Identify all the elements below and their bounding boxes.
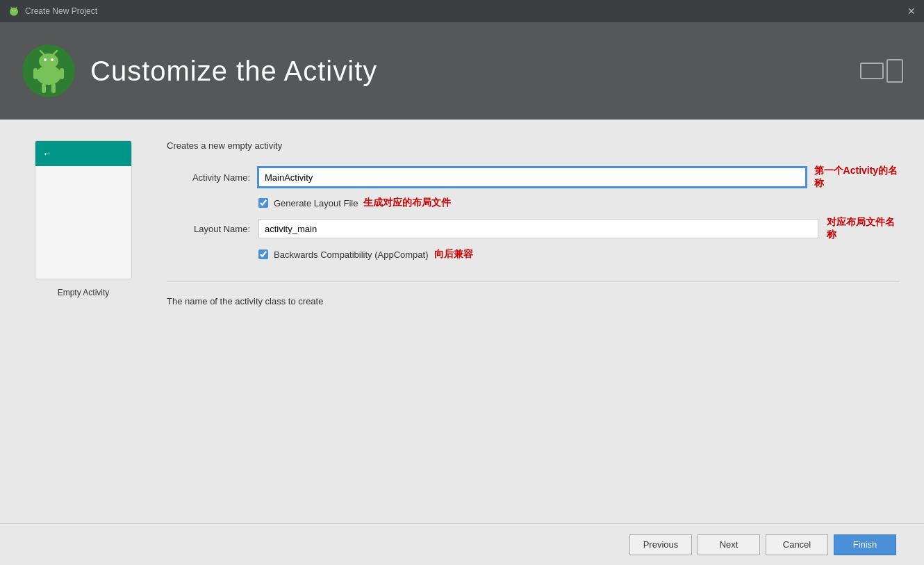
- activity-name-annotation: 第一个Activity的名称: [814, 165, 900, 190]
- svg-rect-16: [51, 83, 56, 93]
- preview-content: [35, 166, 131, 279]
- cancel-button[interactable]: Cancel: [766, 534, 828, 555]
- hint-text: The name of the activity class to create: [167, 296, 900, 306]
- activity-name-row: Activity Name: 第一个Activity的名称: [167, 165, 900, 190]
- backwards-compat-annotation: 向后兼容: [434, 248, 473, 261]
- svg-point-9: [44, 58, 47, 61]
- back-arrow-icon: ←: [42, 148, 52, 159]
- description-text: Creates a new empty activity: [167, 140, 900, 151]
- backwards-compat-label: Backwards Compatibility (AppCompat): [274, 249, 429, 260]
- previous-button[interactable]: Previous: [629, 534, 692, 555]
- finish-button[interactable]: Finish: [834, 534, 896, 555]
- svg-rect-15: [42, 83, 46, 93]
- preview-label: Empty Activity: [58, 288, 110, 297]
- cancel-label: Cancel: [783, 539, 811, 550]
- header-left: Customize the Activity: [21, 43, 377, 99]
- divider: [167, 281, 900, 282]
- layout-name-label: Layout Name:: [167, 224, 250, 234]
- phone-icon: [886, 59, 903, 83]
- svg-rect-14: [60, 68, 64, 79]
- title-bar-left: Create New Project: [8, 6, 97, 17]
- finish-label: Finish: [853, 539, 877, 550]
- svg-rect-13: [33, 68, 38, 79]
- generate-layout-row: Generate Layout File 生成对应的布局文件: [258, 197, 900, 209]
- preview-app-bar: ←: [35, 141, 131, 166]
- generate-layout-annotation: 生成对应的布局文件: [363, 197, 451, 209]
- close-button[interactable]: ✕: [907, 6, 916, 16]
- backwards-compat-checkbox[interactable]: [258, 249, 268, 259]
- main-content: ← Empty Activity Creates a new empty act…: [0, 120, 924, 523]
- layout-name-annotation: 对应布局文件名称: [827, 216, 900, 241]
- preview-section: ← Empty Activity: [28, 140, 139, 502]
- next-label: Next: [720, 539, 739, 550]
- bottom-bar: Previous Next Cancel Finish: [0, 523, 924, 565]
- svg-point-4: [12, 10, 13, 11]
- header-title: Customize the Activity: [90, 56, 377, 87]
- form-section: Creates a new empty activity Activity Na…: [167, 140, 900, 502]
- header: Customize the Activity: [0, 22, 924, 120]
- android-logo-icon: [21, 43, 76, 99]
- next-button[interactable]: Next: [698, 534, 760, 555]
- svg-point-10: [51, 58, 53, 61]
- title-bar: Create New Project ✕: [0, 0, 924, 22]
- previous-label: Previous: [643, 539, 679, 550]
- svg-point-5: [15, 10, 15, 11]
- activity-name-label: Activity Name:: [167, 172, 250, 183]
- activity-name-input[interactable]: [258, 167, 806, 187]
- layout-name-input[interactable]: [258, 219, 818, 238]
- backwards-compat-row: Backwards Compatibility (AppCompat) 向后兼容: [258, 248, 900, 261]
- title-bar-text: Create New Project: [25, 6, 97, 16]
- android-small-icon: [8, 6, 19, 17]
- tablet-icon: [860, 63, 884, 79]
- svg-point-8: [39, 54, 58, 69]
- generate-layout-label: Generate Layout File: [274, 198, 358, 208]
- device-icon: [860, 59, 903, 83]
- phone-preview: ←: [35, 140, 132, 279]
- layout-name-row: Layout Name: 对应布局文件名称: [167, 216, 900, 241]
- generate-layout-checkbox[interactable]: [258, 198, 268, 208]
